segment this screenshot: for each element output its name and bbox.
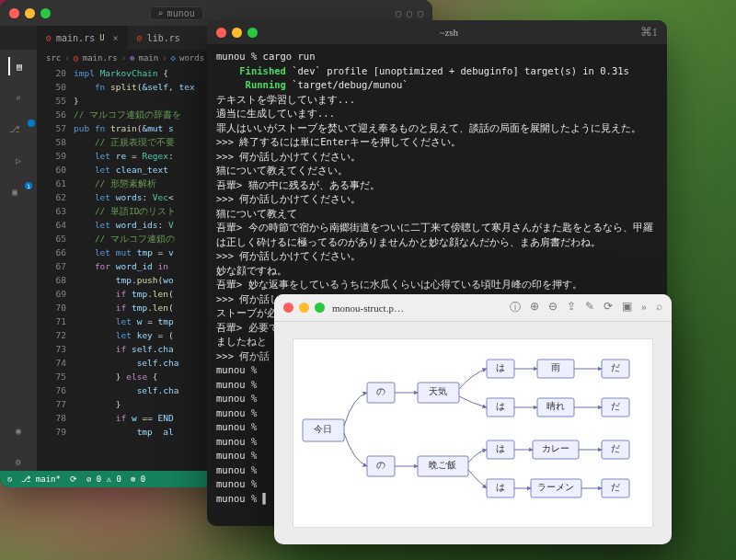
zoom-window[interactable]	[315, 303, 325, 313]
tab-label: lib.rs	[147, 33, 180, 43]
problems[interactable]: ⊘ 0 ⚠ 0	[86, 474, 121, 484]
node-no: の	[376, 460, 385, 470]
crop-icon[interactable]: ▣	[622, 300, 632, 315]
tab-label: main.rs	[56, 33, 95, 43]
source-control-icon[interactable]: ⎇	[9, 120, 28, 138]
preview-toolbar: ⓘ ⊕ ⊖ ⇪ ✎ ⟳ ▣ » ⌕	[510, 300, 662, 315]
window-controls	[9, 8, 51, 18]
ext-badge: 1	[25, 182, 32, 189]
rust-icon: ⚙	[74, 53, 79, 63]
activity-bar: ▤ ⌕ ⎇ ▷ ▣1 ◉ ⚙	[0, 50, 37, 471]
node-tenki: 天気	[429, 386, 447, 396]
minimize-window[interactable]	[25, 8, 35, 18]
branch-indicator[interactable]: ⎇ main*	[21, 474, 61, 484]
rust-icon: ⚙	[46, 33, 52, 43]
node-hare: 晴れ	[546, 401, 565, 411]
close-icon[interactable]: ×	[113, 33, 119, 43]
zoom-out-icon[interactable]: ⊖	[548, 300, 558, 315]
scm-badge	[28, 120, 35, 127]
more-icon[interactable]: »	[641, 300, 647, 315]
zoom-in-icon[interactable]: ⊕	[530, 300, 539, 315]
explorer-icon[interactable]: ▤	[8, 57, 27, 75]
preview-window: monou-struct.p… ⓘ ⊕ ⊖ ⇪ ✎ ⟳ ▣ » ⌕ 今日 の の…	[274, 294, 672, 544]
rotate-icon[interactable]: ⟳	[604, 300, 613, 315]
node-curry: カレー	[542, 443, 569, 453]
info-icon[interactable]: ⓘ	[510, 300, 521, 315]
rust-icon: ⚙	[137, 33, 143, 43]
run-debug-icon[interactable]: ▷	[9, 151, 28, 169]
close-window[interactable]	[216, 28, 226, 38]
command-center[interactable]: ⌕ munou	[150, 6, 203, 20]
node-da: だ	[611, 482, 620, 492]
preview-titlebar: monou-struct.p… ⓘ ⊕ ⊖ ⇪ ✎ ⟳ ▣ » ⌕	[274, 294, 672, 322]
node-da: だ	[611, 443, 620, 453]
tab-lib-rs[interactable]: ⚙ lib.rs	[128, 26, 190, 50]
breadcrumb-seg[interactable]: main	[139, 53, 159, 63]
minimize-window[interactable]	[232, 28, 242, 38]
node-bangohan: 晩ご飯	[429, 460, 456, 470]
diagram-canvas[interactable]: 今日 の の 天気 晩ご飯 は は は は 雨 晴れ カレー ラーメン だ だ …	[293, 338, 653, 528]
zoom-window[interactable]	[247, 28, 258, 38]
terminal-title: ~zsh	[439, 27, 458, 38]
tab-main-rs[interactable]: ⚙ main.rs U ×	[37, 26, 128, 50]
search-text: munou	[167, 8, 195, 18]
radio-icon[interactable]: ⊚ 0	[131, 474, 145, 484]
window-controls	[283, 303, 325, 313]
node-wa: は	[496, 482, 505, 492]
search-icon[interactable]: ⌕	[656, 300, 662, 315]
accounts-icon[interactable]: ◉	[9, 421, 28, 440]
node-no: の	[376, 386, 385, 396]
breadcrumb-seg[interactable]: src	[46, 53, 61, 63]
preview-filename: monou-struct.p…	[332, 303, 404, 314]
terminal-titlebar: ~zsh ⌘1	[207, 20, 667, 44]
node-kyou: 今日	[314, 424, 332, 434]
close-window[interactable]	[9, 8, 19, 18]
remote-indicator[interactable]: ⎋	[7, 474, 12, 484]
search-icon[interactable]: ⌕	[9, 88, 28, 107]
search-icon: ⌕	[158, 8, 164, 18]
node-da: だ	[611, 362, 620, 372]
markup-icon[interactable]: ✎	[585, 300, 594, 315]
node-wa: は	[496, 401, 505, 411]
node-wa: は	[496, 443, 505, 453]
share-icon[interactable]: ⇪	[567, 300, 576, 315]
sync-icon[interactable]: ⟳	[70, 474, 77, 484]
node-da: だ	[611, 401, 620, 411]
node-ramen: ラーメン	[537, 482, 574, 492]
line-numbers: 2050555657585960616263646566676869707172…	[37, 66, 74, 471]
extensions-icon[interactable]: ▣1	[9, 182, 28, 200]
modified-indicator: U	[99, 33, 104, 42]
node-ame: 雨	[551, 362, 560, 372]
settings-gear-icon[interactable]: ⚙	[9, 452, 28, 471]
node-wa: は	[496, 362, 505, 372]
breadcrumb-seg[interactable]: main.rs	[83, 53, 118, 63]
breadcrumb-seg[interactable]: words	[179, 53, 204, 63]
zoom-window[interactable]	[40, 8, 51, 18]
minimize-window[interactable]	[299, 303, 309, 313]
terminal-shortcut-hint: ⌘1	[640, 25, 659, 40]
window-controls	[216, 28, 258, 38]
close-window[interactable]	[283, 303, 293, 313]
